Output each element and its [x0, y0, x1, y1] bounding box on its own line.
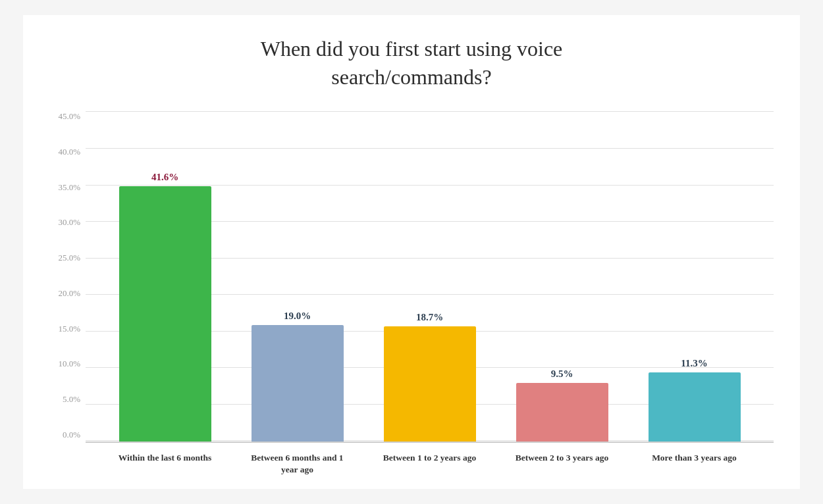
y-axis-label: 40.0% — [49, 147, 86, 157]
bar-value-label: 41.6% — [151, 172, 178, 183]
bar-group: 18.7% — [377, 312, 483, 441]
y-axis-label: 30.0% — [49, 217, 86, 228]
bar-value-label: 18.7% — [416, 312, 443, 323]
y-axis-label: 5.0% — [49, 394, 86, 405]
x-labels: Within the last 6 monthsBetween 6 months… — [86, 448, 774, 476]
chart-area: 45.0%40.0%35.0%30.0%25.0%20.0%15.0%10.0%… — [49, 111, 774, 476]
bar-group: 41.6% — [113, 172, 218, 441]
bar-rect — [649, 372, 741, 441]
y-axis: 45.0%40.0%35.0%30.0%25.0%20.0%15.0%10.0%… — [49, 111, 86, 441]
bar-group: 11.3% — [642, 358, 747, 441]
bar-rect — [119, 186, 211, 441]
y-axis-label: 35.0% — [49, 182, 86, 193]
bar-rect — [384, 326, 476, 441]
x-axis-label: Between 2 to 3 years ago — [510, 448, 615, 476]
x-axis-label: More than 3 years ago — [642, 448, 747, 476]
y-axis-label: 10.0% — [49, 359, 86, 369]
y-axis-label: 20.0% — [49, 288, 86, 299]
y-axis-label: 15.0% — [49, 324, 86, 334]
x-axis-label: Between 6 months and 1 year ago — [245, 448, 350, 476]
y-axis-label: 0.0% — [49, 430, 86, 440]
bars-and-grid: 41.6%19.0%18.7%9.5%11.3% — [86, 111, 774, 441]
bar-group: 9.5% — [510, 368, 615, 441]
bar-group: 19.0% — [245, 311, 350, 441]
chart-plot: 45.0%40.0%35.0%30.0%25.0%20.0%15.0%10.0%… — [49, 111, 774, 441]
x-axis-line — [86, 441, 774, 443]
chart-container: When did you first start using voice sea… — [23, 15, 800, 489]
bars-row: 41.6%19.0%18.7%9.5%11.3% — [86, 111, 774, 441]
bar-rect — [252, 325, 344, 441]
y-axis-label: 45.0% — [49, 111, 86, 122]
bar-rect — [516, 383, 608, 441]
chart-title: When did you first start using voice sea… — [188, 35, 635, 91]
bar-value-label: 19.0% — [284, 311, 311, 322]
bar-value-label: 11.3% — [681, 358, 707, 369]
x-axis-label: Within the last 6 months — [113, 448, 218, 476]
x-axis-label: Between 1 to 2 years ago — [377, 448, 483, 476]
bar-value-label: 9.5% — [551, 368, 573, 380]
y-axis-label: 25.0% — [49, 253, 86, 263]
